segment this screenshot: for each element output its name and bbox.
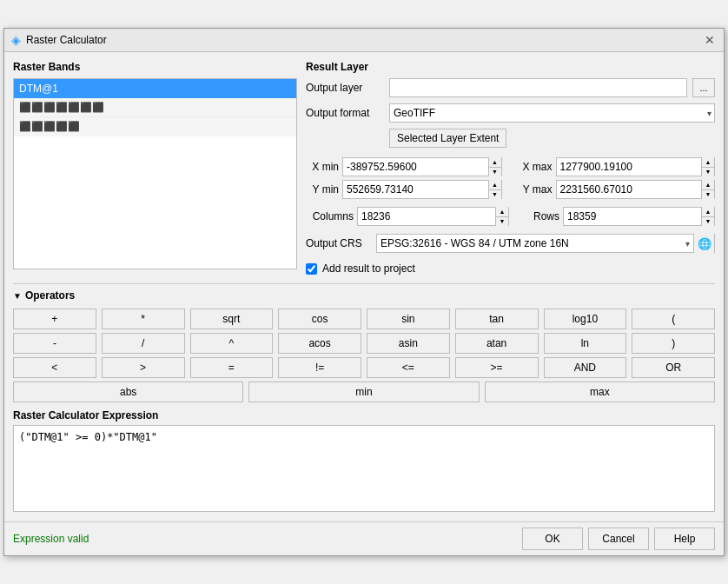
result-layer-form: Output layer ... Output format GeoTIFF ▾ — [306, 78, 715, 275]
op-plus[interactable]: + — [13, 309, 96, 329]
browse-button[interactable]: ... — [692, 78, 715, 97]
op-lparen[interactable]: ( — [632, 309, 715, 329]
op-row-2: - / ^ acos asin atan ln ) — [13, 333, 715, 354]
extent-row: Selected Layer Extent — [306, 129, 715, 148]
op-eq[interactable]: = — [190, 357, 274, 378]
op-log10[interactable]: log10 — [544, 309, 627, 329]
x-max-down[interactable]: ▼ — [702, 168, 714, 177]
op-multiply[interactable]: * — [102, 309, 185, 329]
output-format-select[interactable]: GeoTIFF — [389, 103, 715, 123]
columns-spinners: ▲ ▼ — [495, 207, 508, 226]
op-neq[interactable]: != — [278, 357, 361, 378]
output-format-combo-wrap: GeoTIFF ▾ — [389, 103, 715, 123]
rows-down[interactable]: ▼ — [702, 217, 714, 227]
op-power[interactable]: ^ — [190, 333, 274, 354]
titlebar: ◈ Raster Calculator ✕ — [4, 29, 724, 52]
extent-button[interactable]: Selected Layer Extent — [389, 129, 506, 148]
op-lt[interactable]: < — [13, 357, 96, 378]
columns-input[interactable] — [358, 208, 495, 225]
x-min-down[interactable]: ▼ — [489, 168, 501, 177]
x-min-up[interactable]: ▲ — [489, 157, 501, 168]
output-layer-input[interactable] — [389, 78, 687, 97]
x-min-label: X min — [306, 161, 339, 173]
operators-title: Operators — [25, 289, 75, 302]
status-text: Expression valid — [13, 533, 89, 545]
left-panel: Raster Bands DTM@1 ⬛⬛⬛⬛⬛⬛⬛ ⬛⬛⬛⬛⬛ — [13, 61, 297, 275]
close-button[interactable]: ✕ — [703, 33, 717, 47]
titlebar-left: ◈ Raster Calculator — [11, 33, 107, 47]
band-item-2[interactable]: ⬛⬛⬛⬛⬛⬛⬛ — [14, 98, 296, 117]
main-content: Raster Bands DTM@1 ⬛⬛⬛⬛⬛⬛⬛ ⬛⬛⬛⬛⬛ Result … — [4, 52, 724, 283]
window-title: Raster Calculator — [26, 34, 107, 46]
op-row-4: abs min max — [13, 382, 715, 402]
y-min-label: Y min — [306, 183, 339, 196]
crs-row: Output CRS EPSG:32616 - WGS 84 / UTM zon… — [306, 234, 715, 253]
y-min-input-wrap: ▲ ▼ — [342, 180, 502, 199]
band-item-3[interactable]: ⬛⬛⬛⬛⬛ — [14, 117, 296, 136]
y-max-row: Y max ▲ ▼ — [520, 180, 716, 199]
op-tan[interactable]: tan — [455, 309, 539, 329]
rows-up[interactable]: ▲ — [702, 207, 714, 217]
raster-bands-title: Raster Bands — [13, 61, 297, 73]
add-result-row: Add result to project — [306, 262, 715, 275]
rows-row: Rows ▲ ▼ — [526, 207, 715, 226]
op-lte[interactable]: <= — [367, 357, 450, 378]
op-gte[interactable]: >= — [455, 357, 539, 378]
op-sin[interactable]: sin — [367, 309, 450, 329]
dialog-buttons: OK Cancel Help — [522, 528, 715, 550]
op-asin[interactable]: asin — [367, 333, 450, 354]
y-max-input-wrap: ▲ ▼ — [556, 180, 716, 199]
y-max-input[interactable] — [557, 181, 702, 198]
help-button[interactable]: Help — [654, 528, 715, 550]
operators-grid: + * sqrt cos sin tan log10 ( - / ^ acos … — [13, 309, 715, 402]
op-minus[interactable]: - — [13, 333, 96, 354]
y-max-label: Y max — [520, 183, 553, 196]
x-max-up[interactable]: ▲ — [702, 157, 714, 168]
main-window: ◈ Raster Calculator ✕ Raster Bands DTM@1… — [3, 28, 725, 556]
y-min-down[interactable]: ▼ — [489, 190, 501, 200]
x-min-spinners: ▲ ▼ — [488, 157, 501, 176]
op-and[interactable]: AND — [544, 357, 627, 378]
op-gt[interactable]: > — [102, 357, 185, 378]
op-divide[interactable]: / — [102, 333, 185, 354]
x-min-input[interactable] — [343, 158, 488, 176]
y-min-row: Y min ▲ ▼ — [306, 180, 502, 199]
operators-section: ▼ Operators + * sqrt cos sin tan log10 (… — [13, 283, 715, 409]
operators-header[interactable]: ▼ Operators — [13, 289, 715, 302]
expression-section: Raster Calculator Expression ("DTM@1" >=… — [13, 409, 715, 514]
op-row-3: < > = != <= >= AND OR — [13, 357, 715, 378]
op-cos[interactable]: cos — [278, 309, 361, 329]
result-layer-title: Result Layer — [306, 61, 715, 73]
op-acos[interactable]: acos — [278, 333, 361, 354]
dim-section: Columns ▲ ▼ Rows — [306, 207, 715, 226]
op-sqrt[interactable]: sqrt — [190, 309, 274, 329]
columns-up[interactable]: ▲ — [496, 207, 508, 217]
x-max-spinners: ▲ ▼ — [701, 157, 714, 176]
y-max-up[interactable]: ▲ — [702, 180, 714, 190]
op-abs[interactable]: abs — [13, 382, 243, 402]
crs-select[interactable]: EPSG:32616 - WGS 84 / UTM zone 16N — [377, 237, 693, 249]
columns-down[interactable]: ▼ — [496, 217, 508, 227]
rows-input[interactable] — [564, 208, 701, 225]
op-min[interactable]: min — [248, 382, 479, 402]
op-ln[interactable]: ln — [544, 333, 627, 354]
y-max-down[interactable]: ▼ — [702, 190, 714, 200]
x-max-input[interactable] — [557, 158, 702, 176]
coord-section: X min ▲ ▼ X max — [306, 157, 715, 199]
raster-bands-list: DTM@1 ⬛⬛⬛⬛⬛⬛⬛ ⬛⬛⬛⬛⬛ — [13, 78, 297, 269]
y-min-input[interactable] — [343, 181, 488, 198]
op-atan[interactable]: atan — [455, 333, 539, 354]
crs-label: Output CRS — [306, 237, 371, 249]
bottom-bar: Expression valid OK Cancel Help — [4, 521, 724, 555]
crs-globe-button[interactable]: 🌐 — [693, 234, 714, 253]
op-rparen[interactable]: ) — [632, 333, 715, 354]
add-result-checkbox[interactable] — [306, 263, 317, 275]
expression-textarea[interactable]: ("DTM@1" >= 0)*"DTM@1" — [13, 425, 715, 512]
y-min-up[interactable]: ▲ — [489, 180, 501, 190]
ok-button[interactable]: OK — [522, 528, 583, 550]
band-item-dtm1[interactable]: DTM@1 — [14, 79, 296, 98]
cancel-button[interactable]: Cancel — [588, 528, 649, 550]
y-min-spinners: ▲ ▼ — [488, 180, 501, 199]
op-or[interactable]: OR — [632, 357, 715, 378]
op-max[interactable]: max — [485, 382, 715, 402]
